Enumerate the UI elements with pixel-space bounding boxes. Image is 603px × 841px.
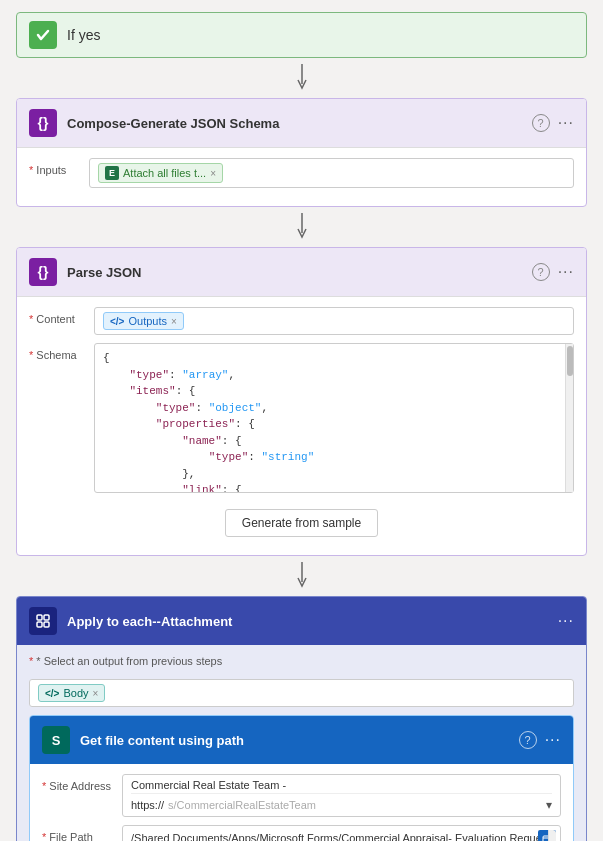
compose-inputs-tag: E Attach all files t... ×	[98, 163, 223, 183]
file-path-label: File Path	[42, 825, 122, 841]
body-tag-icon: </>	[45, 688, 59, 699]
outputs-tag-icon: </>	[110, 316, 124, 327]
file-path-text: /Shared Documents/Apps/Microsoft Forms/C…	[131, 830, 552, 841]
excel-icon: E	[105, 166, 119, 180]
compose-card-body: Inputs E Attach all files t... ×	[17, 148, 586, 206]
schema-scrollbar[interactable]	[565, 344, 573, 492]
schema-field[interactable]: { "type": "array", "items": { "type": "o…	[94, 343, 574, 493]
svg-rect-4	[44, 615, 49, 620]
apply-each-title: Apply to each--Attachment	[67, 614, 558, 629]
parse-json-body: Content </> Outputs × Schema { "type": "…	[17, 297, 586, 555]
parse-json-icon: {}	[29, 258, 57, 286]
schema-scrollbar-thumb	[567, 346, 573, 376]
svg-rect-3	[37, 615, 42, 620]
parse-json-content-row: Content </> Outputs ×	[29, 307, 574, 335]
parse-json-help-icon[interactable]: ?	[532, 263, 550, 281]
compose-tag-label: Attach all files t...	[123, 167, 206, 179]
compose-help-icon[interactable]: ?	[532, 114, 550, 132]
site-addr-suffix: s/CommercialRealEstateTeam	[168, 799, 546, 811]
parse-json-schema-row: Schema { "type": "array", "items": { "ty…	[29, 343, 574, 493]
site-address-dropdown-arrow[interactable]: ▾	[546, 798, 552, 812]
content-tag-close[interactable]: ×	[171, 316, 177, 327]
generate-from-sample-button[interactable]: Generate from sample	[225, 509, 378, 537]
flow-container: If yes {} Compose-Generate JSON Schema ?…	[0, 0, 603, 841]
apply-each-container: Apply to each--Attachment ··· * Select a…	[16, 596, 587, 841]
site-address-https: https://	[131, 799, 164, 811]
content-tag: </> Outputs ×	[103, 312, 184, 330]
compose-card: {} Compose-Generate JSON Schema ? ··· In…	[16, 98, 587, 207]
site-address-value[interactable]: Commercial Real Estate Team - https:// s…	[122, 774, 561, 817]
apply-each-more-icon[interactable]: ···	[558, 612, 574, 630]
file-path-scrollbar[interactable]	[548, 830, 556, 841]
parse-json-header: {} Parse JSON ? ···	[17, 248, 586, 297]
body-tag-close[interactable]: ×	[93, 688, 99, 699]
site-address-line1: Commercial Real Estate Team -	[131, 779, 552, 791]
compose-tag-close[interactable]: ×	[210, 168, 216, 179]
arrow-connector-1	[16, 58, 587, 98]
svg-rect-6	[44, 622, 49, 627]
get-file-help-icon[interactable]: ?	[519, 731, 537, 749]
generate-btn-container: Generate from sample	[29, 501, 574, 545]
arrow-connector-2	[16, 207, 587, 247]
file-path-row: File Path /Shared Documents/Apps/Microso…	[42, 825, 561, 841]
compose-card-actions: ? ···	[532, 114, 574, 132]
arrow-connector-3	[16, 556, 587, 596]
schema-content: { "type": "array", "items": { "type": "o…	[95, 344, 573, 492]
compose-inputs-value[interactable]: E Attach all files t... ×	[89, 158, 574, 188]
if-yes-label: If yes	[67, 27, 100, 43]
get-file-card: S Get file content using path ? ··· Site…	[29, 715, 574, 841]
apply-select-label: * Select an output from previous steps	[29, 655, 574, 667]
compose-title: Compose-Generate JSON Schema	[67, 116, 532, 131]
check-icon	[29, 21, 57, 49]
get-file-header: S Get file content using path ? ···	[30, 716, 573, 764]
get-file-body: Site Address Commercial Real Estate Team…	[30, 764, 573, 841]
compose-icon: {}	[29, 109, 57, 137]
apply-each-body: * Select an output from previous steps <…	[17, 645, 586, 841]
site-address-label: Site Address	[42, 774, 122, 792]
parse-json-content-label: Content	[29, 307, 94, 325]
svg-rect-5	[37, 622, 42, 627]
get-file-actions: ? ···	[519, 731, 561, 749]
get-file-more-icon[interactable]: ···	[545, 731, 561, 749]
site-address-select-row: https:// s/CommercialRealEstateTeam ▾	[131, 793, 552, 812]
file-path-actions	[538, 830, 556, 841]
content-tag-label: Outputs	[128, 315, 167, 327]
apply-select-row: * Select an output from previous steps	[29, 655, 574, 671]
parse-json-schema-label: Schema	[29, 343, 94, 361]
site-address-row: Site Address Commercial Real Estate Team…	[42, 774, 561, 817]
if-yes-block: If yes	[16, 12, 587, 58]
compose-card-header: {} Compose-Generate JSON Schema ? ···	[17, 99, 586, 148]
compose-inputs-row: Inputs E Attach all files t... ×	[29, 158, 574, 188]
parse-json-card: {} Parse JSON ? ··· Content </> Outputs …	[16, 247, 587, 556]
get-file-title: Get file content using path	[80, 733, 519, 748]
apply-each-actions: ···	[558, 612, 574, 630]
compose-more-icon[interactable]: ···	[558, 114, 574, 132]
parse-json-more-icon[interactable]: ···	[558, 263, 574, 281]
body-tag-label: Body	[63, 687, 88, 699]
compose-inputs-label: Inputs	[29, 158, 89, 176]
parse-json-actions: ? ···	[532, 263, 574, 281]
body-tag: </> Body ×	[38, 684, 105, 702]
file-path-container[interactable]: /Shared Documents/Apps/Microsoft Forms/C…	[122, 825, 561, 841]
apply-each-header: Apply to each--Attachment ···	[17, 597, 586, 645]
get-file-icon: S	[42, 726, 70, 754]
parse-json-content-value[interactable]: </> Outputs ×	[94, 307, 574, 335]
apply-each-icon	[29, 607, 57, 635]
parse-json-title: Parse JSON	[67, 265, 532, 280]
apply-output-select[interactable]: </> Body ×	[29, 679, 574, 707]
